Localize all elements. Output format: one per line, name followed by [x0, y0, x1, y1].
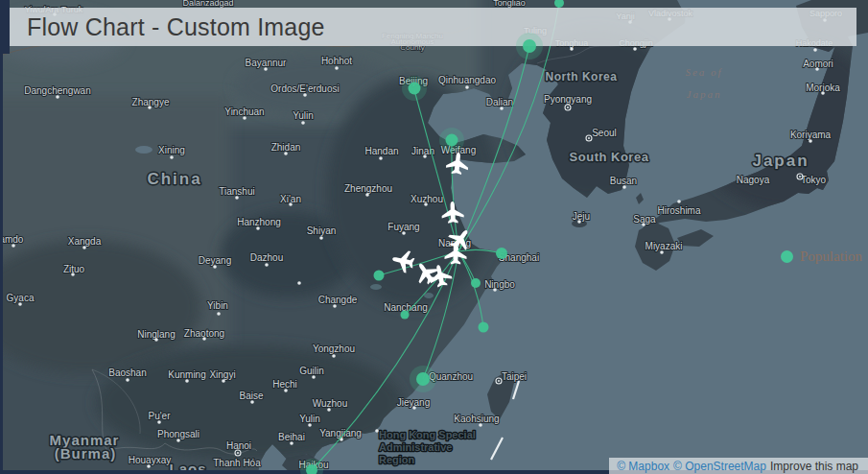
map-label-city: Busan — [610, 176, 637, 186]
map-label-city: Zhidan — [271, 142, 301, 153]
city-dot — [660, 250, 664, 254]
map-label-city: Saga — [633, 214, 656, 225]
map-label-city: Gyaca — [7, 293, 35, 303]
city-dot — [809, 139, 812, 143]
map-label-city: Fuyang — [387, 222, 419, 232]
map-label-city: Thanh Hóa — [213, 458, 261, 468]
map-label-city: Dalian — [486, 97, 513, 107]
map-label-city: Quanzhou — [429, 371, 473, 382]
map-label-city: Hohhot — [321, 56, 352, 66]
city-dot — [319, 236, 323, 240]
sea-label: Japan — [687, 88, 722, 100]
mapbox-link[interactable]: © Mapbox — [617, 460, 669, 473]
map-label-city: Qinhuangdao — [438, 75, 496, 85]
city-dot — [308, 423, 312, 427]
map-label-city: Ninglang — [137, 329, 175, 340]
city-dot — [82, 246, 86, 249]
map-label-city: Wuzhou — [313, 398, 348, 409]
map-label-city: Shanghai — [499, 252, 539, 263]
legend-item-population[interactable]: Population — [781, 249, 862, 265]
city-dot — [284, 152, 288, 155]
map-label-city: Jeju — [573, 211, 590, 222]
map-label-city: Tianshui — [219, 186, 254, 197]
map-canvas[interactable]: Sea ofJapanHong Kong SpecialAdministrati… — [0, 0, 868, 474]
map-label-city: Dazhou — [250, 252, 283, 263]
map-label-city: Xuzhou — [411, 194, 443, 204]
map-label-city: Yulin — [299, 414, 320, 424]
map-label-city: Hechi — [272, 379, 297, 390]
city-dot — [154, 338, 158, 342]
city-dot — [235, 196, 239, 200]
map-label-city: Kunming — [168, 369, 205, 380]
map-label-city: Miyazaki — [645, 241, 683, 251]
city-dot — [222, 379, 225, 383]
city-dot — [185, 379, 189, 383]
osm-link[interactable]: © OpenStreetMap — [673, 460, 766, 473]
city-dot — [303, 93, 307, 97]
city-dot — [290, 441, 293, 445]
map-label-city: Xangda — [68, 236, 102, 247]
city-dot — [148, 106, 152, 109]
city-dot — [500, 107, 504, 110]
map-label-city: Zhangye — [132, 97, 170, 107]
city-dot — [126, 378, 129, 382]
capital-icon-center — [567, 107, 569, 108]
map-label-country: (Burma) — [55, 445, 117, 462]
map-label-city: Changde — [318, 295, 358, 305]
map-label-city: Guilin — [299, 366, 324, 376]
city-dot — [202, 337, 206, 341]
map-label-city: Aomori — [803, 59, 833, 69]
map-label-city: Kaohsiung — [454, 414, 499, 424]
map-label-city: Bayannur — [246, 58, 287, 68]
page-title: Flow Chart - Custom Image — [10, 13, 325, 41]
city-dot — [622, 185, 626, 189]
page-edge-corner — [0, 0, 10, 54]
map-label-city: Weifang — [441, 145, 477, 155]
city-dot — [12, 244, 15, 248]
map-label-city: Koriyama — [790, 130, 832, 140]
city-dot — [642, 223, 645, 226]
city-dot — [312, 375, 316, 379]
city-dot — [424, 202, 428, 206]
map-label-city: Hanzhong — [237, 217, 281, 227]
city-dot — [332, 354, 336, 358]
city-dot — [821, 91, 825, 95]
map-label-city: Baoshan — [108, 367, 146, 378]
page-edge-left — [0, 0, 3, 474]
map-label-city: Yulin — [293, 110, 314, 121]
city-dot — [815, 67, 819, 71]
map-label-city: Pu'er — [148, 411, 171, 421]
city-dot — [577, 220, 581, 224]
map-label-city: Deyang — [199, 255, 231, 266]
city-dot — [176, 438, 180, 442]
map-label-city: Beijing — [399, 76, 428, 86]
map-label-city: Xining — [158, 145, 185, 155]
map-label-city: Ningbo — [484, 279, 515, 290]
map-label-city: Beihai — [278, 432, 305, 442]
city-dot — [465, 85, 469, 89]
improve-map-link[interactable]: Improve this map — [770, 460, 858, 473]
city-dot — [412, 406, 416, 410]
map-label-city: Baise — [239, 391, 263, 401]
city-dot — [18, 302, 22, 306]
map-label-country: Japan — [752, 152, 809, 170]
map-label-city: Jieyang — [397, 397, 430, 408]
map-label-city: Ordos/E'erduosi — [270, 83, 339, 94]
legend-dot-icon — [781, 250, 793, 263]
city-dot — [289, 202, 293, 206]
map-label-city: Morioka — [806, 83, 840, 93]
map-label-city: Nagoya — [737, 175, 770, 185]
app-window: Sea ofJapanHong Kong SpecialAdministrati… — [0, 0, 868, 474]
city-dot — [170, 155, 174, 159]
map-label-city: Hanoi — [226, 440, 251, 451]
city-dot — [813, 48, 817, 52]
map-label-city: Shiyan — [307, 225, 337, 236]
city-dot — [677, 200, 681, 203]
title-bar: Flow Chart - Custom Image — [10, 8, 856, 46]
city-dot — [479, 423, 482, 427]
attribution-bar: © Mapbox © OpenStreetMap Improve this ma… — [609, 458, 868, 474]
map-label-city: Hiroshima — [657, 205, 700, 216]
map-label-city: Yongzhou — [313, 344, 355, 354]
map-label-city: Zhaotong — [184, 328, 224, 339]
city-dot — [250, 400, 254, 404]
